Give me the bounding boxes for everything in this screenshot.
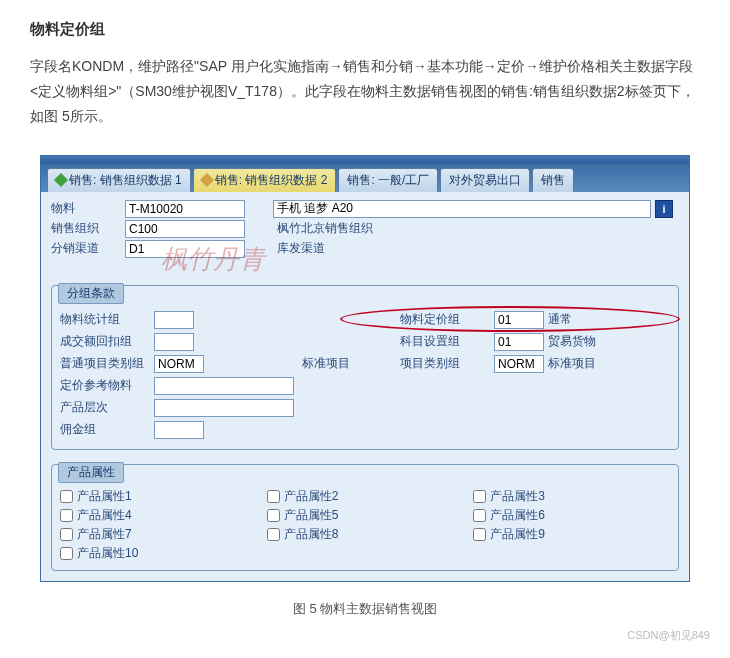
- product-attr-title: 产品属性: [58, 462, 124, 483]
- product-attr-10[interactable]: 产品属性10: [60, 545, 257, 562]
- grouping-row-2: 成交额回扣组 科目设置组 贸易货物: [60, 331, 670, 353]
- mat-stat-grp-label: 物料统计组: [60, 311, 150, 328]
- product-attr-panel: 产品属性 产品属性1 产品属性2 产品属性3 产品属性4 产品属性5 产品属性6…: [51, 464, 679, 571]
- sap-body: 物料 i 销售组织 枫竹北京销售组织 分销渠道 库发渠道 枫竹丹青 分组条款 物…: [41, 192, 689, 581]
- item-cat-grp-label: 项目类别组: [400, 355, 490, 372]
- salesorg-label: 销售组织: [51, 220, 121, 237]
- article-title: 物料定价组: [0, 0, 730, 49]
- commission-grp-label: 佣金组: [60, 421, 150, 438]
- salesorg-desc: 枫竹北京销售组织: [273, 220, 679, 237]
- item-cat-grp-text: 标准项目: [548, 355, 608, 372]
- vol-rebate-grp-input[interactable]: [154, 333, 194, 351]
- chk-label: 产品属性2: [284, 488, 339, 505]
- product-attr-6[interactable]: 产品属性6: [473, 507, 670, 524]
- prod-hierarchy-input[interactable]: [154, 399, 294, 417]
- product-attr-4-checkbox[interactable]: [60, 509, 73, 522]
- mat-stat-grp-input[interactable]: [154, 311, 194, 329]
- grouping-row-4: 定价参考物料: [60, 375, 670, 397]
- chk-label: 产品属性9: [490, 526, 545, 543]
- tab-check-icon: [200, 173, 214, 187]
- material-input[interactable]: [125, 200, 245, 218]
- product-attr-5[interactable]: 产品属性5: [267, 507, 464, 524]
- chk-label: 产品属性8: [284, 526, 339, 543]
- grouping-row-1: 物料统计组 物料定价组 通常: [60, 309, 670, 331]
- material-label: 物料: [51, 200, 121, 217]
- chk-label: 产品属性3: [490, 488, 545, 505]
- product-attr-2-checkbox[interactable]: [267, 490, 280, 503]
- product-attr-6-checkbox[interactable]: [473, 509, 486, 522]
- distch-desc: 库发渠道: [273, 240, 679, 257]
- chk-label: 产品属性10: [77, 545, 138, 562]
- gen-item-cat-label: 普通项目类别组: [60, 355, 150, 372]
- tabstrip: 销售: 销售组织数据 1 销售: 销售组织数据 2 销售: 一般/工厂 对外贸易…: [41, 164, 689, 192]
- product-attr-7-checkbox[interactable]: [60, 528, 73, 541]
- mat-price-grp-text: 通常: [548, 311, 608, 328]
- tab-sales-general[interactable]: 销售: 一般/工厂: [338, 168, 438, 192]
- acct-assign-grp-input[interactable]: [494, 333, 544, 351]
- tab-sales-org-2[interactable]: 销售: 销售组织数据 2: [193, 168, 337, 192]
- chk-label: 产品属性1: [77, 488, 132, 505]
- acct-assign-grp-label: 科目设置组: [400, 333, 490, 350]
- info-icon[interactable]: i: [655, 200, 673, 218]
- grouping-row-6: 佣金组: [60, 419, 670, 441]
- commission-grp-input[interactable]: [154, 421, 204, 439]
- grouping-row-5: 产品层次: [60, 397, 670, 419]
- csdn-watermark: CSDN@初见849: [0, 628, 730, 643]
- product-attr-2[interactable]: 产品属性2: [267, 488, 464, 505]
- prod-hierarchy-label: 产品层次: [60, 399, 150, 416]
- mat-price-grp-input[interactable]: [494, 311, 544, 329]
- tab-label: 销售: 销售组织数据 2: [215, 172, 328, 189]
- product-attr-9[interactable]: 产品属性9: [473, 526, 670, 543]
- chk-label: 产品属性7: [77, 526, 132, 543]
- chk-label: 产品属性4: [77, 507, 132, 524]
- tab-foreign-trade[interactable]: 对外贸易出口: [440, 168, 530, 192]
- grouping-panel-title: 分组条款: [58, 283, 124, 304]
- product-attr-grid: 产品属性1 产品属性2 产品属性3 产品属性4 产品属性5 产品属性6 产品属性…: [60, 488, 670, 562]
- product-attr-5-checkbox[interactable]: [267, 509, 280, 522]
- sap-window: 销售: 销售组织数据 1 销售: 销售组织数据 2 销售: 一般/工厂 对外贸易…: [40, 155, 690, 582]
- salesorg-input[interactable]: [125, 220, 245, 238]
- item-cat-grp-input[interactable]: [494, 355, 544, 373]
- product-attr-7[interactable]: 产品属性7: [60, 526, 257, 543]
- tab-check-icon: [54, 173, 68, 187]
- tab-label: 销售: 一般/工厂: [347, 172, 429, 189]
- grouping-row-3: 普通项目类别组 标准项目 项目类别组 标准项目: [60, 353, 670, 375]
- tab-sales-org-1[interactable]: 销售: 销售组织数据 1: [47, 168, 191, 192]
- product-attr-1[interactable]: 产品属性1: [60, 488, 257, 505]
- chk-label: 产品属性6: [490, 507, 545, 524]
- tab-label: 销售: 销售组织数据 1: [69, 172, 182, 189]
- product-attr-8-checkbox[interactable]: [267, 528, 280, 541]
- tab-sales[interactable]: 销售: [532, 168, 574, 192]
- product-attr-8[interactable]: 产品属性8: [267, 526, 464, 543]
- product-attr-3[interactable]: 产品属性3: [473, 488, 670, 505]
- product-attr-3-checkbox[interactable]: [473, 490, 486, 503]
- grouping-panel: 分组条款 物料统计组 物料定价组 通常 成交额回扣组 科目设置组: [51, 285, 679, 450]
- figure-caption: 图 5 物料主数据销售视图: [0, 600, 730, 618]
- product-attr-9-checkbox[interactable]: [473, 528, 486, 541]
- window-chrome: [41, 156, 689, 164]
- tab-label: 销售: [541, 172, 565, 189]
- product-attr-4[interactable]: 产品属性4: [60, 507, 257, 524]
- tab-label: 对外贸易出口: [449, 172, 521, 189]
- acct-assign-grp-text: 贸易货物: [548, 333, 608, 350]
- vol-rebate-grp-label: 成交额回扣组: [60, 333, 150, 350]
- article-paragraph: 字段名KONDM，维护路径"SAP 用户化实施指南→销售和分销→基本功能→定价→…: [0, 49, 730, 145]
- mat-price-grp-label: 物料定价组: [400, 311, 490, 328]
- header-grid: 物料 i 销售组织 枫竹北京销售组织 分销渠道 库发渠道: [51, 200, 679, 258]
- pricing-ref-mat-input[interactable]: [154, 377, 294, 395]
- product-attr-10-checkbox[interactable]: [60, 547, 73, 560]
- distch-input[interactable]: [125, 240, 245, 258]
- chk-label: 产品属性5: [284, 507, 339, 524]
- material-desc-input[interactable]: [273, 200, 651, 218]
- product-attr-1-checkbox[interactable]: [60, 490, 73, 503]
- distch-label: 分销渠道: [51, 240, 121, 257]
- gen-item-cat-text: 标准项目: [302, 355, 372, 372]
- gen-item-cat-input[interactable]: [154, 355, 204, 373]
- pricing-ref-mat-label: 定价参考物料: [60, 377, 150, 394]
